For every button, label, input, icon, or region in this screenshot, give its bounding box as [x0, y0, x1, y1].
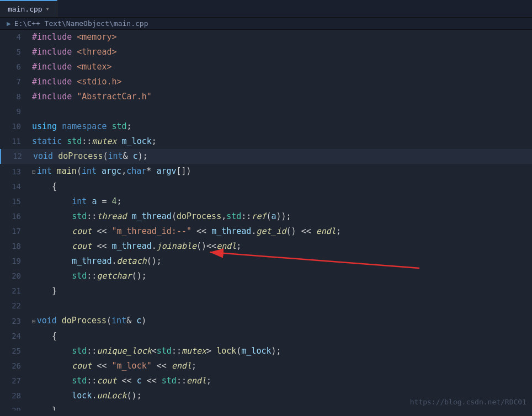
- line-number: 23: [0, 314, 29, 329]
- line-content: #include <stdio.h>: [29, 74, 532, 89]
- line-number: 17: [0, 224, 29, 239]
- line-number: 19: [0, 254, 29, 269]
- line-content: {: [29, 329, 532, 344]
- line-content: cout << m_thread.joinable()<<endl;: [29, 239, 532, 254]
- line-content: #include <thread>: [29, 45, 532, 60]
- line-content: ⊟void doProcess(int& c): [29, 313, 532, 329]
- line-content: std::cout << c << std::endl;: [29, 374, 532, 388]
- line-content: int a = 4;: [29, 194, 532, 209]
- line-number: 8: [0, 89, 29, 104]
- code-line: 15 int a = 4;: [0, 194, 532, 209]
- code-line: 13⊟int main(int argc,char* argv[]): [0, 164, 532, 179]
- watermark-text: https://blog.csdn.net/RDC01: [410, 398, 526, 406]
- line-content: #include "AbstractCar.h": [29, 89, 532, 104]
- line-number: 20: [0, 269, 29, 284]
- code-line: 12void doProcess(int& c);: [0, 149, 532, 164]
- tab-dropdown-icon[interactable]: ▾: [46, 6, 50, 13]
- breadcrumb-bar: ▶ E:\C++ Text\NameObject\main.cpp: [0, 18, 532, 30]
- line-content: }: [29, 284, 532, 298]
- line-number: 6: [0, 60, 29, 74]
- line-content: #include <memory>: [29, 30, 532, 45]
- line-content: std::getchar();: [29, 269, 532, 284]
- line-content: {: [29, 179, 532, 194]
- line-content: using namespace std;: [29, 119, 532, 134]
- line-content: ⊟int main(int argc,char* argv[]): [29, 164, 532, 179]
- code-line: 27 std::cout << c << std::endl;: [0, 374, 532, 388]
- line-number: 7: [0, 74, 29, 89]
- line-number: 27: [0, 374, 29, 388]
- code-editor: 4#include <memory>5#include <thread>6#in…: [0, 30, 532, 410]
- line-number: 24: [0, 329, 29, 344]
- code-line: 5#include <thread>: [0, 45, 532, 60]
- code-line: 23⊟void doProcess(int& c): [0, 313, 532, 329]
- line-number: 29: [0, 403, 29, 410]
- line-content: std::thread m_thread(doProcess,std::ref(…: [29, 209, 532, 224]
- code-line: 4#include <memory>: [0, 30, 532, 45]
- line-content: #include <mutex>: [29, 60, 532, 74]
- code-line: 6#include <mutex>: [0, 60, 532, 74]
- line-number: 10: [0, 119, 29, 134]
- code-line: 8#include "AbstractCar.h": [0, 89, 532, 104]
- code-line: 18 cout << m_thread.joinable()<<endl;: [0, 239, 532, 254]
- code-line: 16 std::thread m_thread(doProcess,std::r…: [0, 209, 532, 224]
- line-content: static std::mutex m_lock;: [29, 134, 532, 149]
- line-number: 12: [1, 149, 30, 164]
- code-line: 7#include <stdio.h>: [0, 74, 532, 89]
- code-line: 11static std::mutex m_lock;: [0, 134, 532, 149]
- line-number: 4: [0, 30, 29, 45]
- line-number: 18: [0, 239, 29, 254]
- line-number: 26: [0, 359, 29, 374]
- breadcrumb-path: E:\C++ Text\NameObject\main.cpp: [14, 19, 148, 28]
- line-number: 15: [0, 194, 29, 209]
- code-line: 14 {: [0, 179, 532, 194]
- code-line: 26 cout << "m_lock" << endl;: [0, 359, 532, 374]
- line-content: cout << "m_lock" << endl;: [29, 359, 532, 374]
- code-lines-container: 4#include <memory>5#include <thread>6#in…: [0, 30, 532, 410]
- line-content: std::unique_lock<std::mutex> lock(m_lock…: [29, 344, 532, 359]
- code-line: 22: [0, 298, 532, 313]
- line-number: 11: [0, 134, 29, 149]
- line-content: m_thread.detach();: [29, 254, 532, 269]
- line-content: void doProcess(int& c);: [30, 149, 532, 164]
- tab-filename: main.cpp: [8, 5, 42, 13]
- line-number: 14: [0, 179, 29, 194]
- code-line: 21 }: [0, 284, 532, 298]
- code-line: 25 std::unique_lock<std::mutex> lock(m_l…: [0, 344, 532, 359]
- line-number: 16: [0, 209, 29, 224]
- line-number: 28: [0, 388, 29, 403]
- line-content: cout << "m_thread_id:--" << m_thread.get…: [29, 224, 532, 239]
- code-line: 17 cout << "m_thread_id:--" << m_thread.…: [0, 224, 532, 239]
- code-line: 19 m_thread.detach();: [0, 254, 532, 269]
- code-line: 9: [0, 104, 532, 119]
- line-number: 5: [0, 45, 29, 60]
- code-line: 10using namespace std;: [0, 119, 532, 134]
- line-number: 21: [0, 284, 29, 298]
- code-line: 24 {: [0, 329, 532, 344]
- breadcrumb-icon: ▶: [7, 19, 11, 28]
- line-number: 25: [0, 344, 29, 359]
- line-number: 13: [0, 164, 29, 179]
- code-line: 20 std::getchar();: [0, 269, 532, 284]
- line-number: 9: [0, 104, 29, 119]
- line-number: 22: [0, 298, 29, 313]
- active-tab[interactable]: main.cpp ▾: [0, 0, 57, 17]
- title-bar: main.cpp ▾: [0, 0, 532, 18]
